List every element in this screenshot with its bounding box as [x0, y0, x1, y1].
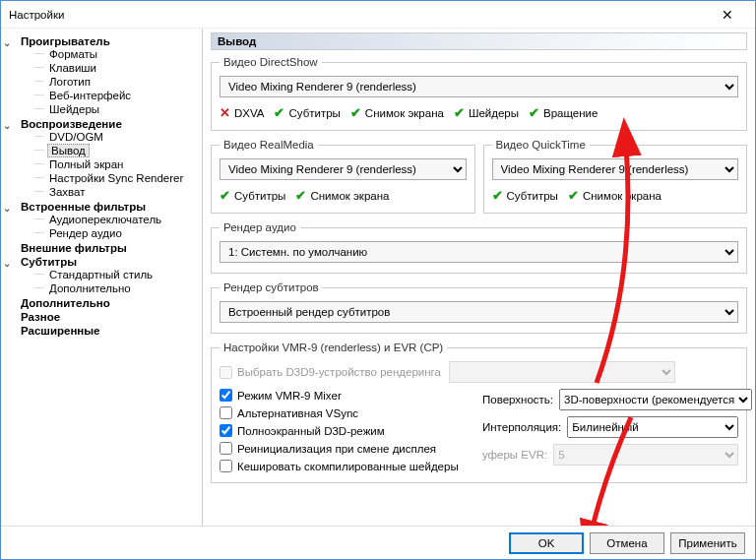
check-icon: ✔: [220, 188, 230, 203]
combo-d3d9-device: [449, 361, 675, 383]
check-icon: ✔: [274, 105, 284, 120]
checkbox-vmr9-mixer[interactable]: Режим VMR-9 Mixer: [220, 389, 469, 402]
legend-audio: Рендер аудио: [220, 221, 300, 233]
tree-item: Захват: [33, 185, 198, 199]
dialog-footer: OK Отмена Применить: [1, 526, 755, 559]
combo-directshow[interactable]: Video Mixing Renderer 9 (renderless): [220, 76, 738, 97]
chevron-down-icon[interactable]: ⌄: [3, 120, 11, 131]
tree-external-filters[interactable]: Внешние фильтры: [5, 241, 198, 255]
check-icon: ✔: [295, 188, 306, 203]
legend-quicktime: Видео QuickTime: [492, 139, 590, 151]
sidebar-tree[interactable]: ⌄ Проигрыватель Форматы Клавиши Логотип …: [1, 29, 203, 526]
close-button[interactable]: ✕: [708, 3, 747, 27]
combo-surface[interactable]: 3D-поверхности (рекомендуется: [559, 389, 752, 410]
combo-subr[interactable]: Встроенный рендер субтитров: [220, 301, 738, 323]
checkbox-alt-vsync[interactable]: Альтернативная VSync: [220, 406, 469, 419]
tree-item: Полный экран: [33, 157, 198, 171]
tree-item: Рендер аудио: [33, 226, 198, 240]
tree-misc[interactable]: Разное: [5, 310, 198, 324]
tree-player[interactable]: ⌄ Проигрыватель Форматы Клавиши Логотип …: [5, 34, 198, 117]
checkbox-cache-shaders[interactable]: Кешировать скомпилированные шейдеры: [220, 460, 469, 472]
surface-label: Поверхность:: [482, 394, 553, 405]
surface-row: Поверхность: 3D-поверхности (рекомендует…: [482, 389, 738, 410]
group-realmedia: Видео RealMedia Video Mixing Renderer 9 …: [211, 139, 475, 214]
checkbox-d3d9-device: Выбрать D3D9-устройство рендеринга: [220, 366, 441, 379]
legend-realmedia: Видео RealMedia: [220, 139, 318, 151]
tree-item: Аудиопереключатель: [33, 213, 198, 226]
check-icon: ✔: [350, 105, 361, 120]
tree-item: Форматы: [33, 47, 198, 61]
tree-item: Настройки Sync Renderer: [33, 171, 198, 185]
tree-item: DVD/OGM: [33, 130, 198, 144]
chevron-down-icon[interactable]: ⌄: [3, 258, 11, 269]
page-title: Вывод: [211, 32, 747, 50]
tree-item-active: Вывод: [33, 144, 198, 157]
tree-internal-filters[interactable]: ⌄ Встроенные фильтры Аудиопереключатель …: [5, 200, 198, 241]
chevron-down-icon[interactable]: ⌄: [3, 203, 11, 214]
group-quicktime: Видео QuickTime Video Mixing Renderer 9 …: [483, 139, 748, 214]
feature-rotation: ✔Вращение: [529, 105, 598, 120]
legend-vmr: Настройки VMR-9 (renderless) и EVR (CP): [220, 342, 447, 353]
tree-item: Логотип: [33, 75, 198, 89]
group-audio-renderer: Рендер аудио 1: Системн. по умолчанию: [211, 221, 747, 274]
tree-item: Стандартный стиль: [33, 268, 198, 281]
evr-buffers-row: уферы EVR: 5: [482, 444, 738, 466]
tree-playback[interactable]: ⌄ Воспроизведение DVD/OGM Вывод Полный э…: [5, 117, 198, 200]
legend-subr: Рендер субтитров: [220, 281, 323, 293]
combo-interpolation[interactable]: Билинейный: [567, 416, 738, 438]
feature-screenshot: ✔Снимок экрана: [350, 105, 444, 120]
check-icon: ✔: [454, 105, 465, 120]
feature-subtitles: ✔Субтитры: [274, 105, 340, 120]
tree-item: Дополнительно: [33, 281, 198, 295]
settings-window: Настройки ✕ ⌄ Проигрыватель Форматы Клав…: [0, 0, 756, 560]
cancel-button[interactable]: Отмена: [590, 532, 664, 554]
tree-item: Клавиши: [33, 61, 198, 75]
group-directshow: Видео DirectShow Video Mixing Renderer 9…: [211, 56, 747, 131]
combo-quicktime[interactable]: Video Mixing Renderer 9 (renderless): [492, 158, 739, 180]
main-panel: Вывод Видео DirectShow Video Mixing Rend…: [203, 29, 755, 526]
combo-audio[interactable]: 1: Системн. по умолчанию: [220, 241, 738, 263]
check-icon: ✔: [529, 105, 539, 120]
feature-dxva: ✕DXVA: [220, 105, 264, 120]
window-title: Настройки: [9, 9, 708, 21]
interp-label: Интерполяция:: [482, 421, 561, 433]
tree-item: Веб-интерфейс: [33, 89, 198, 102]
evrbuf-label: уферы EVR:: [482, 449, 547, 461]
chevron-down-icon[interactable]: ⌄: [3, 37, 11, 48]
cross-icon: ✕: [220, 105, 230, 120]
feature-shaders: ✔Шейдеры: [454, 105, 519, 120]
checkbox-d3d-fullscreen[interactable]: Полноэкранный D3D-режим: [220, 424, 469, 437]
group-subtitle-renderer: Рендер субтитров Встроенный рендер субти…: [211, 281, 747, 334]
combo-evr-buffers: 5: [553, 444, 738, 466]
ok-button[interactable]: OK: [509, 532, 584, 554]
interpolation-row: Интерполяция: Билинейный: [482, 416, 738, 438]
legend-directshow: Видео DirectShow: [220, 56, 322, 68]
tree-advanced[interactable]: Расширенные: [5, 324, 198, 338]
apply-button[interactable]: Применить: [670, 532, 745, 554]
tree-additional[interactable]: Дополнительно: [5, 296, 198, 310]
tree-subtitles[interactable]: ⌄ Субтитры Стандартный стиль Дополнитель…: [5, 255, 198, 296]
combo-realmedia[interactable]: Video Mixing Renderer 9 (renderless): [220, 158, 467, 180]
check-icon: ✔: [568, 188, 579, 203]
titlebar: Настройки ✕: [1, 1, 755, 29]
group-vmr9-evr: Настройки VMR-9 (renderless) и EVR (CP) …: [211, 342, 747, 483]
feature-row: ✕DXVA ✔Субтитры ✔Снимок экрана ✔Шейдеры …: [220, 105, 738, 120]
check-icon: ✔: [492, 188, 503, 203]
checkbox-reinit-display[interactable]: Реинициализация при смене дисплея: [220, 442, 469, 455]
tree-item: Шейдеры: [33, 102, 198, 116]
